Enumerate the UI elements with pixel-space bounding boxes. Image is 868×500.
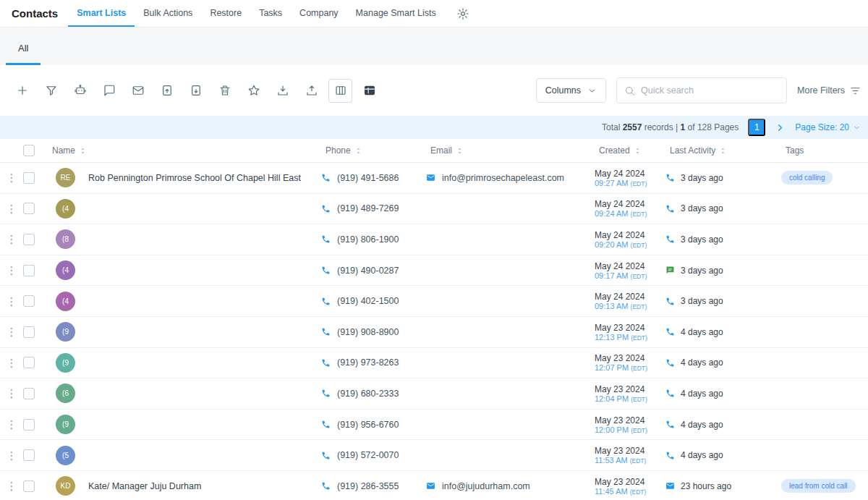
- search-input[interactable]: [641, 85, 779, 96]
- contact-phone[interactable]: (919) 489-7269: [321, 203, 426, 213]
- table-row[interactable]: ⋮ (9 (919) 908-8900 May 23 2024 12:13 PM…: [0, 317, 868, 348]
- column-header-last-activity[interactable]: Last Activity: [665, 145, 781, 156]
- table-row[interactable]: ⋮ (5 (919) 572-0070 May 23 2024 11:53 AM…: [0, 440, 868, 471]
- row-checkbox[interactable]: [23, 203, 35, 214]
- contact-phone[interactable]: (919) 286-3555: [321, 481, 426, 491]
- automation-button[interactable]: [68, 79, 92, 103]
- contact-phone[interactable]: (919) 572-0070: [321, 450, 426, 460]
- tab-tasks[interactable]: Tasks: [250, 0, 291, 27]
- row-checkbox[interactable]: [23, 172, 35, 184]
- settings-gear-button[interactable]: [456, 7, 469, 20]
- column-header-created[interactable]: Created: [595, 145, 665, 156]
- import-csv-button[interactable]: [271, 79, 294, 103]
- sms-button[interactable]: [97, 79, 121, 103]
- row-menu-button[interactable]: ⋮: [7, 388, 17, 399]
- column-header-email[interactable]: Email: [426, 145, 595, 156]
- email-button[interactable]: [126, 79, 150, 103]
- table-row[interactable]: ⋮ (9 (919) 973-8263 May 23 2024 12:07 PM…: [0, 348, 868, 379]
- columns-dropdown-button[interactable]: Columns: [536, 78, 606, 103]
- tab-smart-lists[interactable]: Smart Lists: [68, 0, 135, 27]
- row-checkbox[interactable]: [23, 265, 35, 276]
- contact-phone[interactable]: (919) 490-0287: [321, 266, 426, 276]
- row-menu-button[interactable]: ⋮: [7, 296, 17, 307]
- tag-pill[interactable]: cold calling: [781, 171, 833, 185]
- row-menu-button[interactable]: ⋮: [7, 480, 17, 491]
- created-date: May 23 2024: [595, 384, 644, 394]
- row-menu-button[interactable]: ⋮: [7, 234, 17, 245]
- row-checkbox[interactable]: [23, 419, 35, 431]
- tag-pill[interactable]: lead from cold call: [781, 479, 856, 493]
- import-contact-icon: [190, 84, 203, 97]
- row-checkbox[interactable]: [23, 326, 35, 338]
- created-date: May 23 2024: [595, 323, 644, 333]
- row-menu-button[interactable]: ⋮: [7, 357, 17, 368]
- table-row[interactable]: ⋮ KD Kate/ Manager Juju Durham (919) 286…: [0, 471, 868, 500]
- tab-bulk-actions[interactable]: Bulk Actions: [135, 0, 201, 27]
- table-row[interactable]: ⋮ RE Rob Pennington Primrose School Of C…: [0, 163, 868, 194]
- sort-icon[interactable]: [456, 147, 464, 155]
- columns-view-button[interactable]: [328, 79, 352, 103]
- tab-all[interactable]: All: [6, 30, 41, 65]
- contact-phone[interactable]: (919) 806-1900: [321, 234, 426, 245]
- add-contact-button[interactable]: [10, 79, 34, 103]
- phone-activity-icon: [665, 451, 675, 460]
- contact-created: May 23 2024 12:04 PM (EDT): [595, 384, 665, 403]
- row-menu-button[interactable]: ⋮: [7, 419, 17, 430]
- star-button[interactable]: [242, 79, 265, 103]
- sort-icon[interactable]: [719, 147, 727, 155]
- page-size-dropdown[interactable]: Page Size: 20: [795, 122, 861, 132]
- avatar: (4: [56, 292, 75, 311]
- table-row[interactable]: ⋮ (9 (919) 956-6760 May 23 2024 12:00 PM…: [0, 410, 868, 441]
- tab-manage-smart-lists[interactable]: Manage Smart Lists: [347, 0, 445, 27]
- tab-restore[interactable]: Restore: [201, 0, 250, 27]
- table-row[interactable]: ⋮ (8 (919) 806-1900 May 24 2024 09:20 AM…: [0, 224, 868, 255]
- contact-phone[interactable]: (919) 680-2333: [321, 389, 426, 399]
- export-contact-button[interactable]: [155, 79, 179, 103]
- row-checkbox[interactable]: [23, 449, 35, 461]
- page-1-button[interactable]: 1: [748, 119, 765, 136]
- sort-icon[interactable]: [634, 147, 642, 155]
- row-checkbox[interactable]: [23, 234, 35, 245]
- contact-phone[interactable]: (919) 956-6760: [321, 420, 426, 430]
- delete-button[interactable]: [213, 79, 237, 103]
- contact-created: May 23 2024 11:45 AM (EDT): [595, 477, 665, 496]
- export-csv-button[interactable]: [299, 79, 323, 103]
- filter-button[interactable]: [39, 79, 63, 103]
- row-checkbox[interactable]: [23, 388, 35, 399]
- row-menu-button[interactable]: ⋮: [7, 326, 17, 337]
- import-contact-button[interactable]: [184, 79, 208, 103]
- contact-phone[interactable]: (919) 973-8263: [321, 357, 426, 368]
- next-page-button[interactable]: [775, 122, 786, 133]
- sort-icon[interactable]: [79, 147, 87, 155]
- phone-activity-icon: [665, 327, 675, 336]
- row-menu-button[interactable]: ⋮: [7, 203, 17, 214]
- contact-phone[interactable]: (919) 402-1500: [321, 296, 426, 306]
- row-checkbox[interactable]: [23, 357, 35, 368]
- row-checkbox[interactable]: [23, 295, 35, 307]
- table-row[interactable]: ⋮ (6 (919) 680-2333 May 23 2024 12:04 PM…: [0, 378, 868, 410]
- star-icon: [247, 84, 260, 97]
- table-row[interactable]: ⋮ (4 (919) 402-1500 May 24 2024 09:13 AM…: [0, 286, 868, 317]
- contact-email[interactable]: info@primrosechapeleast.com: [426, 173, 595, 183]
- column-header-name[interactable]: Name: [48, 145, 321, 156]
- sort-icon[interactable]: [354, 147, 362, 155]
- table-row[interactable]: ⋮ (4 (919) 489-7269 May 24 2024 09:24 AM…: [0, 194, 868, 225]
- column-header-phone[interactable]: Phone: [321, 145, 426, 156]
- table-row[interactable]: ⋮ (4 (919) 490-0287 May 24 2024 09:17 AM…: [0, 255, 868, 287]
- select-all-checkbox[interactable]: [23, 145, 35, 156]
- row-menu-button[interactable]: ⋮: [7, 450, 17, 461]
- row-checkbox[interactable]: [23, 480, 35, 492]
- contact-email[interactable]: info@jujudurham.com: [426, 481, 595, 491]
- more-filters-button[interactable]: More Filters: [797, 85, 861, 96]
- created-date: May 24 2024: [595, 199, 644, 209]
- chevron-down-icon: [587, 86, 597, 96]
- contact-name[interactable]: Rob Pennington Primrose School Of Chapel…: [88, 173, 321, 183]
- contact-name[interactable]: Kate/ Manager Juju Durham: [88, 481, 321, 491]
- contact-phone[interactable]: (919) 908-8900: [321, 327, 426, 337]
- row-menu-button[interactable]: ⋮: [7, 172, 17, 183]
- tab-company[interactable]: Company: [291, 0, 347, 27]
- phone-icon: [321, 297, 331, 306]
- contact-phone[interactable]: (919) 491-5686: [321, 173, 426, 183]
- row-menu-button[interactable]: ⋮: [7, 265, 17, 276]
- merge-contacts-button[interactable]: [357, 79, 381, 103]
